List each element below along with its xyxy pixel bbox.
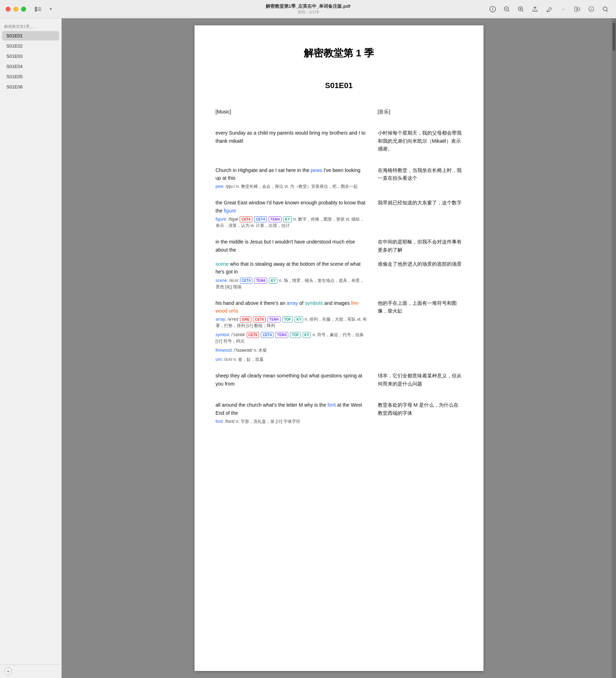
vocab-urn: urn: /ɜːn/ n. 瓮，缸，坟墓 bbox=[216, 356, 367, 363]
content-row-8: all around the church what's the letter … bbox=[216, 401, 462, 427]
english-text-8: all around the church what's the letter … bbox=[216, 401, 367, 427]
chinese-text-1: 小时候每个星期天，我的父母都会带我和我的兄弟们向米凯尔（Mikaël）表示感谢。 bbox=[378, 129, 462, 153]
page-number: 页码：1/178 bbox=[297, 10, 319, 15]
word-pews: pews bbox=[311, 167, 322, 173]
vocab-figure: figure: /fɪgə/ CET6 CET4 TEM4 KY n. 数字，价… bbox=[216, 216, 367, 229]
word-scene: scene bbox=[216, 261, 229, 267]
search-button[interactable] bbox=[600, 4, 610, 14]
info-button[interactable]: i bbox=[488, 4, 498, 14]
titlebar-left-tools: ▼ bbox=[33, 4, 56, 14]
sidebar-item-s01e04[interactable]: S01E04 bbox=[2, 62, 59, 71]
sidebar-item-s01e05[interactable]: S01E05 bbox=[2, 72, 59, 81]
english-text-3: the Great East window I'd have known eno… bbox=[216, 199, 367, 232]
svg-line-12 bbox=[522, 11, 523, 12]
sidebar: 解密教堂第1季_... S01E01 S01E02 S01E03 S01E04 … bbox=[0, 18, 62, 678]
english-text-2: Church in Highgate and as I sat here in … bbox=[216, 166, 367, 193]
vocab-pew: pew: /pjuː/ n. 教堂长椅，会众，座位 vt. 为（教堂）安装座位，… bbox=[216, 183, 367, 190]
sidebar-footer: + bbox=[0, 664, 61, 678]
tag-ky-symbol: KY bbox=[303, 332, 311, 338]
more-tools-button[interactable]: › bbox=[558, 4, 568, 14]
tag-ky: KY bbox=[283, 216, 292, 222]
svg-rect-0 bbox=[35, 7, 37, 12]
english-text-1: every Sunday as a child my parents would… bbox=[216, 129, 367, 153]
close-button[interactable] bbox=[6, 7, 11, 12]
tag-tem4-scene: TEM4 bbox=[254, 278, 267, 284]
vocab-font: font: /fɒnt/ n. 字形，洗礼盘，泉 [计] 字体字符 bbox=[216, 418, 367, 425]
tag-tem4-array: TEM4 bbox=[267, 316, 281, 322]
tag-tem4: TEM4 bbox=[269, 216, 282, 222]
content-row-5: scene who that is stealing away at the b… bbox=[216, 260, 462, 293]
vocab-array: array: /əˈreɪ/ GRE CET6 TEM4 TOF KY n. 排… bbox=[216, 316, 367, 329]
sidebar-header: 解密教堂第1季_... bbox=[0, 21, 61, 31]
expand-button[interactable] bbox=[572, 4, 582, 14]
english-text-4: in the middle is Jesus but I wouldn't ha… bbox=[216, 238, 367, 254]
content-row-2: Church in Highgate and as I sat here in … bbox=[216, 166, 462, 193]
vocab-scene: scene: /siːn/ CET4 TEM4 KY n. 场，情景，镜头，发生… bbox=[216, 277, 367, 290]
traffic-lights bbox=[6, 7, 26, 12]
zoom-in-button[interactable] bbox=[516, 4, 526, 14]
music-text: [Music] bbox=[216, 109, 231, 115]
dropdown-arrow-icon[interactable]: ▼ bbox=[46, 4, 56, 14]
content-row-music: [Music] [音乐] bbox=[216, 108, 462, 116]
svg-rect-2 bbox=[38, 9, 41, 10]
english-text-7: sheep they all clearly mean something bu… bbox=[216, 372, 367, 388]
tag-cet6-symbol: CET6 bbox=[247, 332, 259, 338]
sidebar-item-s01e02[interactable]: S01E02 bbox=[2, 41, 59, 51]
tag-ky-scene: KY bbox=[269, 278, 277, 284]
titlebar-center: 解密教堂第1季_左英右中_单词备注版.pdf 页码：1/178 bbox=[266, 3, 351, 15]
pdf-viewer[interactable]: 解密教堂第 1 季 S01E01 [Music] [音乐] every Sund… bbox=[62, 18, 616, 678]
svg-point-18 bbox=[603, 7, 607, 11]
titlebar: ▼ 解密教堂第1季_左英右中_单词备注版.pdf 页码：1/178 i bbox=[0, 0, 616, 18]
tag-cet6-array: CET6 bbox=[253, 316, 266, 322]
sidebar-item-s01e06[interactable]: S01E06 bbox=[2, 82, 59, 92]
svg-rect-1 bbox=[38, 7, 41, 8]
fullscreen-button[interactable] bbox=[21, 7, 26, 12]
chinese-text-7: 绵羊，它们全都意味着某种意义，但从何而来的是什么问题 bbox=[378, 372, 462, 388]
svg-text:A: A bbox=[590, 8, 592, 11]
chinese-text-3: 我早就已经知道的大东窗了，这个数字 bbox=[378, 199, 462, 232]
chinese-text-8: 教堂各处的字母 M 是什么，为什么在教堂西端的字体 bbox=[378, 401, 462, 427]
svg-line-8 bbox=[508, 11, 509, 12]
english-text-music: [Music] bbox=[216, 108, 367, 116]
chinese-text-music: [音乐] bbox=[378, 108, 462, 116]
word-symbols: symbols bbox=[305, 300, 323, 306]
tag-tof-array: TOF bbox=[282, 316, 293, 322]
sidebar-toggle-button[interactable] bbox=[33, 4, 43, 14]
svg-rect-15 bbox=[578, 8, 580, 11]
scrollbar-track[interactable] bbox=[612, 18, 616, 678]
content-row-3: the Great East window I'd have known eno… bbox=[216, 199, 462, 232]
content-row-6: his hand and above it there's an array o… bbox=[216, 299, 462, 366]
scrollbar-thumb[interactable] bbox=[612, 23, 615, 51]
svg-rect-3 bbox=[38, 10, 41, 11]
pdf-episode-title: S01E01 bbox=[216, 81, 462, 90]
share-button[interactable] bbox=[530, 4, 540, 14]
svg-line-19 bbox=[607, 10, 608, 12]
word-font: font bbox=[327, 402, 335, 408]
english-text-5: scene who that is stealing away at the b… bbox=[216, 260, 367, 293]
main-layout: 解密教堂第1季_... S01E01 S01E02 S01E03 S01E04 … bbox=[0, 18, 616, 678]
svg-text:i: i bbox=[492, 7, 493, 11]
chinese-text-6: 他的手在上面，上面有一堆符号和图像，柴火缸 bbox=[378, 299, 462, 366]
english-text-6: his hand and above it there's an array o… bbox=[216, 299, 367, 366]
annotate-button[interactable]: A bbox=[586, 4, 596, 14]
add-page-button[interactable]: + bbox=[4, 667, 12, 675]
highlight-button[interactable] bbox=[544, 4, 554, 14]
sidebar-item-s01e03[interactable]: S01E03 bbox=[2, 51, 59, 61]
zoom-out-button[interactable] bbox=[502, 4, 512, 14]
tag-cet4-symbol: CET4 bbox=[261, 332, 273, 338]
pdf-title: 解密教堂第 1 季 bbox=[216, 47, 462, 60]
tag-tof-symbol: TOF bbox=[290, 332, 301, 338]
word-figure: figure bbox=[224, 208, 236, 214]
minimize-button[interactable] bbox=[13, 7, 18, 12]
titlebar-tools: i bbox=[488, 4, 610, 14]
content-row-7: sheep they all clearly mean something bu… bbox=[216, 372, 462, 388]
tag-cet6: CET6 bbox=[240, 216, 252, 222]
tag-gre: GRE bbox=[240, 316, 251, 322]
vocab-symbol: symbol: /ˈsɪmbl/ CET6 CET4 TEM4 TOF KY n… bbox=[216, 332, 367, 344]
chinese-text-4: 在中间的是耶稣，但我不会对这件事有更多的了解 bbox=[378, 238, 462, 254]
sidebar-item-s01e01[interactable]: S01E01 bbox=[2, 31, 59, 41]
vocab-firewood: firewood: /ˈfaɪəwʊd/ n. 木柴 bbox=[216, 347, 367, 353]
tag-ky-array: KY bbox=[295, 316, 303, 322]
chinese-text-5: 谁偷走了他所进入的场景的底部的场景 bbox=[378, 260, 462, 293]
word-array: array bbox=[287, 300, 298, 306]
